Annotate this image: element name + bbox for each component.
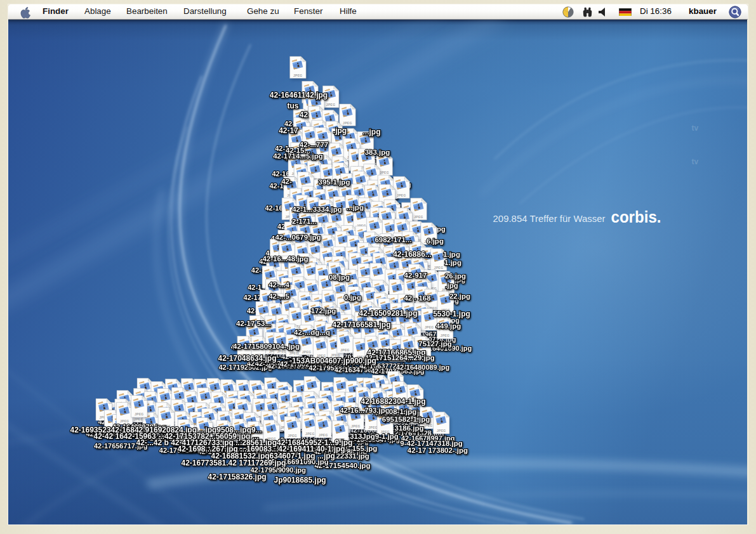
svg-text:1.jpg: 1.jpg — [444, 258, 461, 266]
svg-text:.jpg: .jpg — [445, 281, 458, 289]
svg-text:209.854 Treffer für Wasser: 209.854 Treffer für Wasser — [493, 212, 606, 223]
svg-text:313Jpg9-1.jpg: 313Jpg9-1.jpg — [350, 432, 399, 440]
svg-text:42-16461142.jpg: 42-16461142.jpg — [270, 90, 328, 99]
svg-text:172.jpg: 172.jpg — [311, 306, 336, 314]
svg-text:5530-1.jpg: 5530-1.jpg — [433, 309, 470, 318]
svg-text:08-1.jpg: 08-1.jpg — [389, 407, 416, 415]
svg-text:-153AB004607.jp900.jpg: -153AB004607.jp900.jpg — [289, 356, 376, 365]
svg-text:395-1.jpg: 395-1.jpg — [319, 178, 350, 185]
svg-text:383.jpg: 383.jpg — [365, 148, 390, 155]
svg-text:tv: tv — [692, 123, 699, 132]
svg-text:.jpg: .jpg — [333, 126, 347, 134]
svg-text:42-17158326.jpg: 42-17158326.jpg — [208, 472, 267, 481]
svg-text:155.jpg: 155.jpg — [352, 444, 378, 452]
svg-text:75127.jpg: 75127.jpg — [418, 339, 451, 347]
svg-text:42-1715809104-.jpg: 42-1715809104-.jpg — [233, 342, 300, 349]
svg-text:tus: tus — [288, 101, 299, 110]
svg-text:42-...0679.jpg: 42-...0679.jpg — [275, 233, 321, 240]
svg-text:449.jpg: 449.jpg — [436, 322, 461, 329]
svg-text:42-16...793.jpg: 42-16...793.jpg — [340, 406, 390, 414]
svg-text:42-16480089.jpg: 42-16480089.jpg — [396, 363, 449, 371]
svg-text:42-16509281.jpg: 42-16509281.jpg — [359, 308, 417, 317]
svg-text:42 16882304-1.jpg: 42 16882304-1.jpg — [361, 396, 425, 405]
svg-text:3186.jpg: 3186.jpg — [394, 424, 423, 431]
svg-text:42-16886...: 42-16886... — [393, 249, 432, 258]
svg-text:corbis.: corbis. — [611, 207, 661, 225]
svg-text:42-...5: 42-...5 — [269, 292, 289, 299]
svg-text:42-17 173802-.jpg: 42-17 173802-.jpg — [408, 446, 468, 453]
svg-text:22.jpg: 22.jpg — [449, 292, 470, 299]
svg-text:6951582-1.jpg: 6951582-1.jpg — [382, 415, 430, 422]
svg-text:Jp9018685.jpg: Jp9018685.jpg — [274, 475, 326, 484]
svg-text:42: 42 — [300, 110, 308, 119]
svg-text:1.jpg: 1.jpg — [443, 250, 460, 257]
svg-text:6982-171...: 6982-171... — [375, 235, 411, 243]
svg-text:42-...dg...q: 42-...dg...q — [294, 328, 330, 335]
svg-text:42-17048634.jpg: 42-17048634.jpg — [218, 353, 276, 362]
svg-text:tv: tv — [692, 157, 699, 166]
svg-text:...jpg: ...jpg — [347, 203, 364, 211]
svg-text:42-16...48.jpg: 42-16...48.jpg — [262, 254, 308, 262]
svg-text:6.jpg: 6.jpg — [427, 237, 444, 244]
svg-text:42-1...3334.jpg: 42-1...3334.jpg — [292, 205, 342, 212]
svg-text:42-17 53...: 42-17 53... — [236, 319, 271, 327]
svg-text:0.jpg: 0.jpg — [344, 293, 361, 301]
svg-text:08.jpg: 08.jpg — [329, 273, 350, 280]
svg-text:42-1714...5.jpg: 42-1714...5.jpg — [273, 152, 323, 159]
svg-text:26.jpg: 26.jpg — [445, 271, 466, 279]
svg-text:42-17: 42-17 — [279, 126, 298, 134]
svg-text:42-...4: 42-...4 — [269, 280, 289, 288]
svg-text:42-: 42- — [281, 177, 292, 185]
svg-text:...jpg: ...jpg — [363, 127, 381, 136]
svg-text:2-171...: 2-171... — [292, 217, 317, 225]
svg-text:42-17166581.jpg: 42-17166581.jpg — [332, 320, 390, 329]
svg-text:42-917: 42-917 — [404, 271, 427, 278]
svg-text:42 - 168: 42 - 168 — [404, 294, 431, 301]
